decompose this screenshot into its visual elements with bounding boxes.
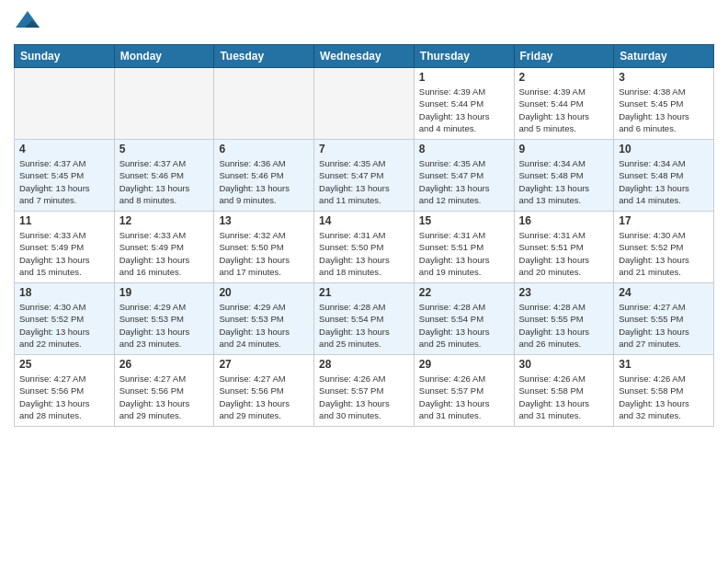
day-number: 9 [519, 143, 609, 155]
col-header-friday: Friday [514, 45, 614, 68]
calendar-cell: 17Sunrise: 4:30 AM Sunset: 5:52 PM Dayli… [614, 212, 714, 283]
calendar-cell: 19Sunrise: 4:29 AM Sunset: 5:53 PM Dayli… [114, 283, 214, 355]
day-info: Sunrise: 4:27 AM Sunset: 5:56 PM Dayligh… [19, 373, 109, 421]
calendar-cell: 7Sunrise: 4:35 AM Sunset: 5:47 PM Daylig… [314, 140, 415, 212]
calendar-week-row: 11Sunrise: 4:33 AM Sunset: 5:49 PM Dayli… [15, 212, 714, 283]
calendar-cell: 6Sunrise: 4:36 AM Sunset: 5:46 PM Daylig… [214, 140, 314, 212]
day-number: 16 [519, 214, 609, 227]
day-info: Sunrise: 4:31 AM Sunset: 5:50 PM Dayligh… [319, 229, 409, 278]
col-header-sunday: Sunday [15, 45, 115, 68]
day-info: Sunrise: 4:33 AM Sunset: 5:49 PM Dayligh… [119, 229, 210, 278]
day-info: Sunrise: 4:31 AM Sunset: 5:51 PM Dayligh… [519, 229, 609, 278]
day-info: Sunrise: 4:28 AM Sunset: 5:54 PM Dayligh… [319, 301, 409, 350]
calendar-week-row: 18Sunrise: 4:30 AM Sunset: 5:52 PM Dayli… [15, 283, 714, 355]
calendar-cell: 13Sunrise: 4:32 AM Sunset: 5:50 PM Dayli… [214, 212, 314, 283]
day-number: 28 [319, 358, 409, 371]
calendar-cell: 9Sunrise: 4:34 AM Sunset: 5:48 PM Daylig… [514, 140, 614, 212]
col-header-thursday: Thursday [414, 45, 514, 68]
day-info: Sunrise: 4:37 AM Sunset: 5:46 PM Dayligh… [119, 157, 210, 206]
calendar-header-row: SundayMondayTuesdayWednesdayThursdayFrid… [15, 45, 714, 68]
day-info: Sunrise: 4:27 AM Sunset: 5:55 PM Dayligh… [619, 301, 709, 350]
day-number: 21 [319, 286, 409, 299]
day-info: Sunrise: 4:32 AM Sunset: 5:50 PM Dayligh… [219, 229, 309, 278]
calendar-cell: 29Sunrise: 4:26 AM Sunset: 5:57 PM Dayli… [414, 355, 514, 427]
calendar-cell: 12Sunrise: 4:33 AM Sunset: 5:49 PM Dayli… [114, 212, 214, 283]
page: SundayMondayTuesdayWednesdayThursdayFrid… [0, 0, 728, 563]
logo-icon [14, 9, 41, 37]
day-number: 7 [319, 143, 409, 155]
calendar-cell: 3Sunrise: 4:38 AM Sunset: 5:45 PM Daylig… [614, 68, 714, 140]
day-info: Sunrise: 4:29 AM Sunset: 5:53 PM Dayligh… [219, 301, 309, 350]
calendar-week-row: 4Sunrise: 4:37 AM Sunset: 5:45 PM Daylig… [15, 140, 714, 212]
day-info: Sunrise: 4:26 AM Sunset: 5:58 PM Dayligh… [619, 373, 709, 421]
calendar-cell: 23Sunrise: 4:28 AM Sunset: 5:55 PM Dayli… [514, 283, 614, 355]
calendar-cell: 10Sunrise: 4:34 AM Sunset: 5:48 PM Dayli… [614, 140, 714, 212]
calendar-cell: 16Sunrise: 4:31 AM Sunset: 5:51 PM Dayli… [514, 212, 614, 283]
day-number: 12 [119, 214, 210, 227]
calendar-cell: 20Sunrise: 4:29 AM Sunset: 5:53 PM Dayli… [214, 283, 314, 355]
day-info: Sunrise: 4:27 AM Sunset: 5:56 PM Dayligh… [219, 373, 309, 421]
day-number: 4 [19, 143, 109, 155]
day-number: 30 [519, 358, 609, 371]
day-info: Sunrise: 4:33 AM Sunset: 5:49 PM Dayligh… [19, 229, 109, 278]
day-info: Sunrise: 4:30 AM Sunset: 5:52 PM Dayligh… [19, 301, 109, 350]
header [14, 9, 714, 37]
day-info: Sunrise: 4:36 AM Sunset: 5:46 PM Dayligh… [219, 157, 309, 206]
calendar: SundayMondayTuesdayWednesdayThursdayFrid… [14, 44, 714, 427]
col-header-tuesday: Tuesday [214, 45, 314, 68]
calendar-cell [114, 68, 214, 140]
day-number: 24 [619, 286, 709, 299]
calendar-week-row: 25Sunrise: 4:27 AM Sunset: 5:56 PM Dayli… [15, 355, 714, 427]
calendar-cell: 30Sunrise: 4:26 AM Sunset: 5:58 PM Dayli… [514, 355, 614, 427]
day-number: 6 [219, 143, 309, 155]
day-number: 20 [219, 286, 309, 299]
day-number: 17 [619, 214, 709, 227]
col-header-wednesday: Wednesday [314, 45, 415, 68]
day-info: Sunrise: 4:27 AM Sunset: 5:56 PM Dayligh… [119, 373, 210, 421]
day-info: Sunrise: 4:34 AM Sunset: 5:48 PM Dayligh… [619, 157, 709, 206]
calendar-cell: 1Sunrise: 4:39 AM Sunset: 5:44 PM Daylig… [414, 68, 514, 140]
day-number: 1 [419, 71, 509, 84]
calendar-cell: 21Sunrise: 4:28 AM Sunset: 5:54 PM Dayli… [314, 283, 415, 355]
day-info: Sunrise: 4:26 AM Sunset: 5:57 PM Dayligh… [319, 373, 409, 421]
calendar-cell: 15Sunrise: 4:31 AM Sunset: 5:51 PM Dayli… [414, 212, 514, 283]
day-number: 27 [219, 358, 309, 371]
day-number: 18 [19, 286, 109, 299]
logo [14, 9, 45, 37]
day-info: Sunrise: 4:30 AM Sunset: 5:52 PM Dayligh… [619, 229, 709, 278]
calendar-cell [15, 68, 115, 140]
calendar-cell: 25Sunrise: 4:27 AM Sunset: 5:56 PM Dayli… [15, 355, 115, 427]
calendar-cell: 4Sunrise: 4:37 AM Sunset: 5:45 PM Daylig… [15, 140, 115, 212]
calendar-cell: 8Sunrise: 4:35 AM Sunset: 5:47 PM Daylig… [414, 140, 514, 212]
day-info: Sunrise: 4:35 AM Sunset: 5:47 PM Dayligh… [419, 157, 509, 206]
day-number: 15 [419, 214, 509, 227]
day-info: Sunrise: 4:39 AM Sunset: 5:44 PM Dayligh… [419, 86, 509, 134]
day-number: 22 [419, 286, 509, 299]
calendar-cell: 28Sunrise: 4:26 AM Sunset: 5:57 PM Dayli… [314, 355, 415, 427]
calendar-cell: 31Sunrise: 4:26 AM Sunset: 5:58 PM Dayli… [614, 355, 714, 427]
calendar-cell: 26Sunrise: 4:27 AM Sunset: 5:56 PM Dayli… [114, 355, 214, 427]
day-number: 3 [619, 71, 709, 84]
day-number: 10 [619, 143, 709, 155]
day-info: Sunrise: 4:29 AM Sunset: 5:53 PM Dayligh… [119, 301, 210, 350]
calendar-cell: 24Sunrise: 4:27 AM Sunset: 5:55 PM Dayli… [614, 283, 714, 355]
day-number: 8 [419, 143, 509, 155]
day-info: Sunrise: 4:31 AM Sunset: 5:51 PM Dayligh… [419, 229, 509, 278]
day-number: 31 [619, 358, 709, 371]
day-info: Sunrise: 4:35 AM Sunset: 5:47 PM Dayligh… [319, 157, 409, 206]
day-info: Sunrise: 4:37 AM Sunset: 5:45 PM Dayligh… [19, 157, 109, 206]
calendar-cell: 22Sunrise: 4:28 AM Sunset: 5:54 PM Dayli… [414, 283, 514, 355]
col-header-monday: Monday [114, 45, 214, 68]
day-number: 11 [19, 214, 109, 227]
day-number: 5 [119, 143, 210, 155]
calendar-cell: 27Sunrise: 4:27 AM Sunset: 5:56 PM Dayli… [214, 355, 314, 427]
calendar-cell: 18Sunrise: 4:30 AM Sunset: 5:52 PM Dayli… [15, 283, 115, 355]
calendar-cell: 5Sunrise: 4:37 AM Sunset: 5:46 PM Daylig… [114, 140, 214, 212]
calendar-cell: 11Sunrise: 4:33 AM Sunset: 5:49 PM Dayli… [15, 212, 115, 283]
calendar-cell [214, 68, 314, 140]
day-number: 13 [219, 214, 309, 227]
calendar-week-row: 1Sunrise: 4:39 AM Sunset: 5:44 PM Daylig… [15, 68, 714, 140]
day-info: Sunrise: 4:34 AM Sunset: 5:48 PM Dayligh… [519, 157, 609, 206]
day-info: Sunrise: 4:26 AM Sunset: 5:57 PM Dayligh… [419, 373, 509, 421]
day-info: Sunrise: 4:28 AM Sunset: 5:54 PM Dayligh… [419, 301, 509, 350]
